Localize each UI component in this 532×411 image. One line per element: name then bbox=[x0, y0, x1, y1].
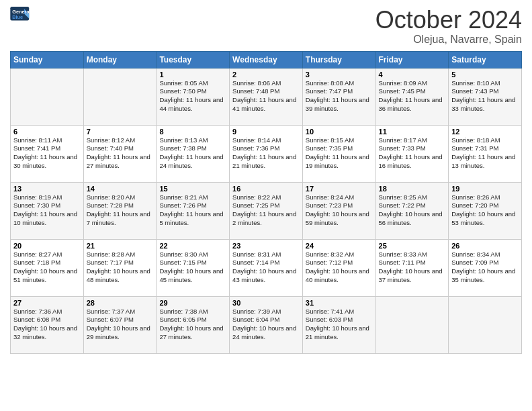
calendar-cell: 19Sunrise: 8:26 AMSunset: 7:20 PMDayligh… bbox=[449, 182, 522, 239]
calendar-cell: 3Sunrise: 8:08 AMSunset: 7:47 PMDaylight… bbox=[302, 68, 375, 125]
calendar-cell: 27Sunrise: 7:36 AMSunset: 6:08 PMDayligh… bbox=[11, 296, 84, 353]
calendar-cell: 2Sunrise: 8:06 AMSunset: 7:48 PMDaylight… bbox=[230, 68, 303, 125]
day-number: 9 bbox=[232, 128, 300, 136]
day-header-sunday: Sunday bbox=[11, 51, 84, 68]
day-info: Sunrise: 8:28 AMSunset: 7:17 PMDaylight:… bbox=[87, 250, 154, 285]
calendar-cell: 21Sunrise: 8:28 AMSunset: 7:17 PMDayligh… bbox=[83, 239, 157, 296]
day-info: Sunrise: 8:24 AMSunset: 7:23 PMDaylight:… bbox=[306, 193, 373, 228]
calendar-cell: 29Sunrise: 7:38 AMSunset: 6:05 PMDayligh… bbox=[157, 296, 230, 353]
day-number: 13 bbox=[13, 185, 81, 193]
day-number: 8 bbox=[159, 128, 226, 136]
calendar-cell: 7Sunrise: 8:12 AMSunset: 7:40 PMDaylight… bbox=[83, 125, 157, 182]
day-header-tuesday: Tuesday bbox=[157, 51, 230, 68]
day-header-friday: Friday bbox=[375, 51, 449, 68]
calendar-cell: 4Sunrise: 8:09 AMSunset: 7:45 PMDaylight… bbox=[375, 68, 449, 125]
calendar-cell: 26Sunrise: 8:34 AMSunset: 7:09 PMDayligh… bbox=[449, 239, 522, 296]
day-info: Sunrise: 7:41 AMSunset: 6:03 PMDaylight:… bbox=[306, 308, 373, 342]
calendar-table: SundayMondayTuesdayWednesdayThursdayFrid… bbox=[10, 51, 522, 354]
calendar-cell: 16Sunrise: 8:22 AMSunset: 7:25 PMDayligh… bbox=[230, 182, 303, 239]
day-info: Sunrise: 8:25 AMSunset: 7:22 PMDaylight:… bbox=[379, 193, 446, 228]
day-number: 30 bbox=[232, 299, 300, 307]
logo: General Blue bbox=[10, 7, 32, 21]
day-number: 6 bbox=[13, 128, 81, 136]
day-info: Sunrise: 8:27 AMSunset: 7:18 PMDaylight:… bbox=[13, 250, 81, 285]
calendar-cell bbox=[11, 68, 84, 125]
calendar-cell: 18Sunrise: 8:25 AMSunset: 7:22 PMDayligh… bbox=[375, 182, 449, 239]
week-row-4: 20Sunrise: 8:27 AMSunset: 7:18 PMDayligh… bbox=[11, 239, 522, 296]
day-info: Sunrise: 8:21 AMSunset: 7:26 PMDaylight:… bbox=[159, 193, 226, 228]
month-title: October 2024 bbox=[375, 7, 522, 34]
day-number: 15 bbox=[159, 185, 226, 193]
day-header-saturday: Saturday bbox=[449, 51, 522, 68]
calendar-cell bbox=[375, 296, 449, 353]
day-number: 7 bbox=[87, 128, 154, 136]
day-info: Sunrise: 8:30 AMSunset: 7:15 PMDaylight:… bbox=[159, 250, 226, 285]
calendar-cell: 10Sunrise: 8:15 AMSunset: 7:35 PMDayligh… bbox=[302, 125, 375, 182]
day-info: Sunrise: 7:38 AMSunset: 6:05 PMDaylight:… bbox=[159, 308, 226, 342]
week-row-1: 1Sunrise: 8:05 AMSunset: 7:50 PMDaylight… bbox=[11, 68, 522, 125]
day-info: Sunrise: 7:37 AMSunset: 6:07 PMDaylight:… bbox=[87, 308, 154, 342]
title-block: October 2024 Olejua, Navarre, Spain bbox=[375, 7, 522, 46]
day-header-thursday: Thursday bbox=[302, 51, 375, 68]
day-number: 19 bbox=[451, 185, 519, 193]
day-info: Sunrise: 8:14 AMSunset: 7:36 PMDaylight:… bbox=[232, 136, 300, 171]
header-row: SundayMondayTuesdayWednesdayThursdayFrid… bbox=[11, 51, 522, 68]
calendar-cell: 30Sunrise: 7:39 AMSunset: 6:04 PMDayligh… bbox=[230, 296, 303, 353]
day-number: 20 bbox=[13, 242, 81, 250]
calendar-cell: 14Sunrise: 8:20 AMSunset: 7:28 PMDayligh… bbox=[83, 182, 157, 239]
day-info: Sunrise: 7:39 AMSunset: 6:04 PMDaylight:… bbox=[232, 308, 300, 342]
day-header-wednesday: Wednesday bbox=[230, 51, 303, 68]
location: Olejua, Navarre, Spain bbox=[375, 34, 522, 46]
day-info: Sunrise: 8:15 AMSunset: 7:35 PMDaylight:… bbox=[306, 136, 373, 171]
calendar-cell: 15Sunrise: 8:21 AMSunset: 7:26 PMDayligh… bbox=[157, 182, 230, 239]
day-number: 4 bbox=[379, 71, 446, 79]
day-number: 14 bbox=[87, 185, 154, 193]
calendar-cell: 25Sunrise: 8:33 AMSunset: 7:11 PMDayligh… bbox=[375, 239, 449, 296]
week-row-5: 27Sunrise: 7:36 AMSunset: 6:08 PMDayligh… bbox=[11, 296, 522, 353]
calendar-cell: 23Sunrise: 8:31 AMSunset: 7:14 PMDayligh… bbox=[230, 239, 303, 296]
day-number: 18 bbox=[379, 185, 446, 193]
calendar-cell: 22Sunrise: 8:30 AMSunset: 7:15 PMDayligh… bbox=[157, 239, 230, 296]
day-number: 2 bbox=[232, 71, 300, 79]
week-row-2: 6Sunrise: 8:11 AMSunset: 7:41 PMDaylight… bbox=[11, 125, 522, 182]
day-info: Sunrise: 8:18 AMSunset: 7:31 PMDaylight:… bbox=[451, 136, 519, 171]
day-number: 31 bbox=[306, 299, 373, 307]
day-info: Sunrise: 8:09 AMSunset: 7:45 PMDaylight:… bbox=[379, 79, 446, 113]
day-info: Sunrise: 7:36 AMSunset: 6:08 PMDaylight:… bbox=[13, 308, 81, 342]
calendar-cell: 20Sunrise: 8:27 AMSunset: 7:18 PMDayligh… bbox=[11, 239, 84, 296]
day-info: Sunrise: 8:33 AMSunset: 7:11 PMDaylight:… bbox=[379, 250, 446, 285]
day-info: Sunrise: 8:31 AMSunset: 7:14 PMDaylight:… bbox=[232, 250, 300, 285]
logo-icon: General Blue bbox=[10, 7, 30, 21]
day-info: Sunrise: 8:10 AMSunset: 7:43 PMDaylight:… bbox=[451, 79, 519, 113]
day-info: Sunrise: 8:12 AMSunset: 7:40 PMDaylight:… bbox=[87, 136, 154, 171]
day-number: 21 bbox=[87, 242, 154, 250]
calendar-cell: 5Sunrise: 8:10 AMSunset: 7:43 PMDaylight… bbox=[449, 68, 522, 125]
calendar-cell: 6Sunrise: 8:11 AMSunset: 7:41 PMDaylight… bbox=[11, 125, 84, 182]
day-number: 3 bbox=[306, 71, 373, 79]
header: General Blue October 2024 Olejua, Navarr… bbox=[10, 7, 522, 46]
day-number: 26 bbox=[451, 242, 519, 250]
day-info: Sunrise: 8:11 AMSunset: 7:41 PMDaylight:… bbox=[13, 136, 81, 171]
calendar-cell: 24Sunrise: 8:32 AMSunset: 7:12 PMDayligh… bbox=[302, 239, 375, 296]
day-info: Sunrise: 8:06 AMSunset: 7:48 PMDaylight:… bbox=[232, 79, 300, 113]
day-info: Sunrise: 8:22 AMSunset: 7:25 PMDaylight:… bbox=[232, 193, 300, 228]
day-number: 24 bbox=[306, 242, 373, 250]
calendar-cell: 1Sunrise: 8:05 AMSunset: 7:50 PMDaylight… bbox=[157, 68, 230, 125]
calendar-cell: 8Sunrise: 8:13 AMSunset: 7:38 PMDaylight… bbox=[157, 125, 230, 182]
day-number: 10 bbox=[306, 128, 373, 136]
calendar-cell: 28Sunrise: 7:37 AMSunset: 6:07 PMDayligh… bbox=[83, 296, 157, 353]
day-number: 12 bbox=[451, 128, 519, 136]
calendar-cell: 9Sunrise: 8:14 AMSunset: 7:36 PMDaylight… bbox=[230, 125, 303, 182]
day-info: Sunrise: 8:32 AMSunset: 7:12 PMDaylight:… bbox=[306, 250, 373, 285]
calendar-cell: 11Sunrise: 8:17 AMSunset: 7:33 PMDayligh… bbox=[375, 125, 449, 182]
day-info: Sunrise: 8:26 AMSunset: 7:20 PMDaylight:… bbox=[451, 193, 519, 228]
calendar-cell: 12Sunrise: 8:18 AMSunset: 7:31 PMDayligh… bbox=[449, 125, 522, 182]
day-info: Sunrise: 8:19 AMSunset: 7:30 PMDaylight:… bbox=[13, 193, 81, 228]
day-number: 5 bbox=[451, 71, 519, 79]
day-info: Sunrise: 8:17 AMSunset: 7:33 PMDaylight:… bbox=[379, 136, 446, 171]
day-number: 16 bbox=[232, 185, 300, 193]
calendar-cell bbox=[449, 296, 522, 353]
day-info: Sunrise: 8:34 AMSunset: 7:09 PMDaylight:… bbox=[451, 250, 519, 285]
week-row-3: 13Sunrise: 8:19 AMSunset: 7:30 PMDayligh… bbox=[11, 182, 522, 239]
calendar-cell: 31Sunrise: 7:41 AMSunset: 6:03 PMDayligh… bbox=[302, 296, 375, 353]
